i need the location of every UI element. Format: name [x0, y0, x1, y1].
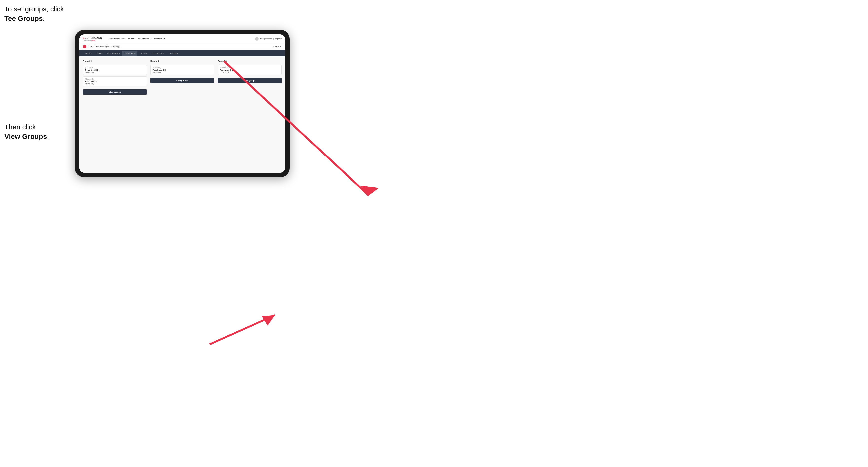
round-1-view-groups-button[interactable]: View groups	[83, 89, 147, 95]
instruction-view-groups-bold: View Groups	[4, 132, 47, 140]
instruction-bottom-period: .	[47, 132, 49, 140]
tablet-screen: SCOREBOARD Powered by clippit TOURNAMENT…	[80, 34, 285, 173]
tab-results[interactable]: Results	[137, 51, 149, 56]
cancel-button[interactable]: Cancel ✕	[273, 45, 282, 48]
user-avatar	[255, 37, 259, 41]
logo-area: SCOREBOARD Powered by clippit	[83, 37, 102, 41]
nav-tournaments[interactable]: TOURNAMENTS	[108, 38, 125, 40]
nav-rankings[interactable]: RANKINGS	[154, 38, 165, 40]
instruction-bottom: Then click View Groups.	[4, 122, 49, 141]
tab-tee-groups[interactable]: Tee Groups	[122, 51, 137, 56]
logo-sub: Powered by clippit	[83, 39, 102, 41]
round-2-column: Round 2 (Course A) Peachtree GC Stroke P…	[150, 60, 214, 169]
nav-right: blair@clippd.io | Sign out	[255, 37, 282, 41]
tournament-badge: Hosting	[112, 45, 120, 48]
tournament-name: Clippd Invitational (M...	[88, 45, 111, 48]
round-2-course-a-label: (Course A)	[153, 67, 212, 68]
tab-course-setup[interactable]: Course Setup	[105, 51, 122, 56]
round-3-course-a-name: Peachtree GC	[220, 69, 279, 71]
tab-printables[interactable]: Printables	[166, 51, 180, 56]
round-1-course-a-play: Stroke Play	[85, 71, 145, 73]
instruction-top-period: .	[43, 15, 45, 23]
instruction-tee-groups-bold: Tee Groups	[4, 15, 43, 23]
instruction-top-line1: To set groups, click	[4, 5, 64, 13]
round-1-course-a-name: Peachtree GC	[85, 69, 145, 71]
tab-details[interactable]: Details	[83, 51, 94, 56]
round-1-course-a-label: (Course A)	[85, 67, 145, 68]
round-1-course-b-name: East Lake GC	[85, 81, 145, 83]
user-email: blair@clippd.io	[260, 38, 272, 40]
nav-committee[interactable]: COMMITTEE	[138, 38, 151, 40]
round-2-course-a-play: Stroke Play	[153, 71, 212, 73]
tablet-frame: SCOREBOARD Powered by clippit TOURNAMENT…	[75, 30, 289, 177]
svg-marker-3	[262, 315, 275, 326]
round-3-course-a-card: (Course A) Peachtree GC Stroke Play	[218, 65, 282, 75]
round-3-title: Round 3	[218, 60, 282, 62]
sign-out-link[interactable]: Sign out	[275, 38, 282, 40]
tab-leaderboards[interactable]: Leaderboards	[149, 51, 166, 56]
round-3-course-a-label: (Course A)	[220, 67, 279, 68]
tournament-title: C Clippd Invitational (M... Hosting	[83, 45, 120, 49]
svg-line-2	[210, 315, 275, 344]
round-1-course-b-label: (Course B)	[85, 78, 145, 80]
nav-links: TOURNAMENTS TEAMS COMMITTEE RANKINGS	[108, 38, 251, 40]
instruction-top: To set groups, click Tee Groups.	[4, 4, 64, 24]
main-content: Round 1 (Course A) Peachtree GC Stroke P…	[80, 56, 285, 173]
tab-nav: Details Teams Course Setup Tee Groups Re…	[80, 50, 285, 56]
round-3-column: Round 3 (Course A) Peachtree GC Stroke P…	[218, 60, 282, 169]
nav-teams[interactable]: TEAMS	[128, 38, 135, 40]
round-3-course-a-play: Stroke Play	[220, 71, 279, 73]
round-1-course-a-card: (Course A) Peachtree GC Stroke Play	[83, 65, 147, 75]
tab-teams[interactable]: Teams	[94, 51, 105, 56]
logo-text: SCOREBOARD	[83, 37, 102, 39]
round-2-view-groups-button[interactable]: View groups	[150, 78, 214, 83]
round-2-course-a-name: Peachtree GC	[153, 69, 212, 71]
round-2-title: Round 2	[150, 60, 214, 62]
round-1-course-b-card: (Course B) East Lake GC Stroke Play	[83, 76, 147, 86]
tournament-c-logo: C	[83, 45, 86, 49]
round-1-column: Round 1 (Course A) Peachtree GC Stroke P…	[83, 60, 147, 169]
tournament-bar: C Clippd Invitational (M... Hosting Canc…	[80, 43, 285, 50]
top-nav: SCOREBOARD Powered by clippit TOURNAMENT…	[80, 34, 285, 43]
round-2-course-a-card: (Course A) Peachtree GC Stroke Play	[150, 65, 214, 75]
svg-marker-1	[360, 186, 379, 196]
round-1-title: Round 1	[83, 60, 147, 62]
round-1-course-b-play: Stroke Play	[85, 83, 145, 85]
round-3-view-groups-button[interactable]: View groups	[218, 78, 282, 83]
instruction-bottom-line1: Then click	[4, 123, 36, 131]
